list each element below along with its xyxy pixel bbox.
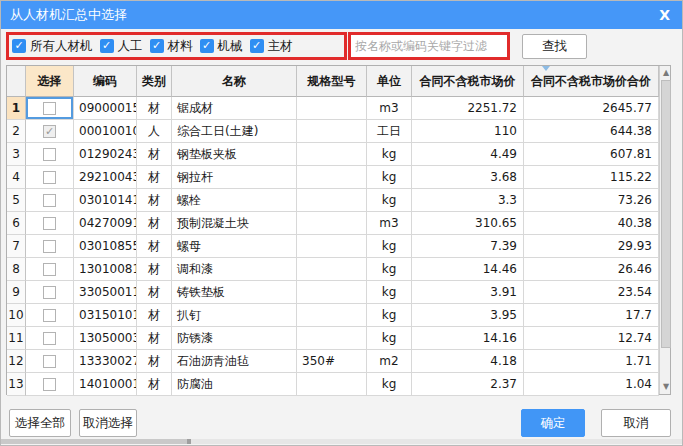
row-total-cell: 644.38	[524, 120, 659, 143]
row-category-cell: 人	[137, 120, 172, 143]
row-checkbox[interactable]	[43, 171, 56, 184]
row-checkbox[interactable]	[43, 148, 56, 161]
table-row[interactable]: 1003150101材扒钉kg3.9517.7	[7, 304, 659, 327]
row-checkbox[interactable]	[43, 240, 56, 253]
row-spec-cell	[297, 304, 367, 327]
filter-label: 机械	[218, 38, 243, 55]
row-name-cell: 螺栓	[172, 189, 297, 212]
row-checkbox[interactable]	[43, 102, 56, 115]
row-checkbox[interactable]	[43, 378, 56, 391]
row-total-cell: 73.26	[524, 189, 659, 212]
search-input-wrap	[348, 32, 510, 60]
row-checkbox[interactable]	[43, 286, 56, 299]
row-total-cell: 1.71	[524, 350, 659, 373]
filter-all-checkbox[interactable]: ✓ 所有人材机	[12, 38, 93, 55]
close-icon[interactable]: X	[659, 8, 670, 22]
row-total-cell: 17.7	[524, 304, 659, 327]
filter-label: 人工	[118, 38, 143, 55]
table-row[interactable]: 109000015材锯成材m32251.722645.77	[7, 97, 659, 120]
header-select[interactable]: 选择	[26, 66, 74, 97]
row-select-cell[interactable]	[26, 235, 74, 258]
row-price-cell: 7.39	[412, 235, 524, 258]
row-checkbox[interactable]	[43, 309, 56, 322]
header-category[interactable]: 类别	[137, 66, 172, 97]
table-grid: 选择 编码 类别 名称 规格型号 单位 合同不含税市场价 合同不含税市场价合价 …	[7, 66, 659, 394]
filter-machine-checkbox[interactable]: ✓ 机械	[200, 38, 243, 55]
row-select-cell[interactable]	[26, 212, 74, 235]
row-name-cell: 防腐油	[172, 373, 297, 396]
select-all-button[interactable]: 选择全部	[9, 409, 71, 437]
horizontal-scrollbar-thumb[interactable]	[1, 439, 187, 444]
table-row[interactable]: 429210043材钢拉杆kg3.68115.22	[7, 166, 659, 189]
row-select-cell[interactable]	[26, 281, 74, 304]
row-category-cell: 材	[137, 143, 172, 166]
row-spec-cell	[297, 327, 367, 350]
row-total-cell: 1.04	[524, 373, 659, 396]
table-row[interactable]: 1113050003材防锈漆kg14.1612.74	[7, 327, 659, 350]
items-table: 选择 编码 类别 名称 规格型号 单位 合同不含税市场价 合同不含税市场价合价 …	[6, 65, 671, 395]
row-number-cell: 6	[7, 212, 26, 235]
row-price-cell: 2.37	[412, 373, 524, 396]
filter-labor-checkbox[interactable]: ✓ 人工	[100, 38, 143, 55]
row-category-cell: 材	[137, 97, 172, 120]
table-row[interactable]: 503010141材螺栓kg3.373.26	[7, 189, 659, 212]
row-name-cell: 扒钉	[172, 304, 297, 327]
row-total-cell: 29.93	[524, 235, 659, 258]
header-code[interactable]: 编码	[74, 66, 137, 97]
table-row[interactable]: 604270091材预制混凝土块m3310.6540.38	[7, 212, 659, 235]
row-unit-cell: m3	[367, 212, 412, 235]
row-number-cell: 7	[7, 235, 26, 258]
row-checkbox[interactable]	[43, 263, 56, 276]
table-row[interactable]: 2✓00010010人综合工日(土建)工日110644.38	[7, 120, 659, 143]
row-select-cell[interactable]: ✓	[26, 120, 74, 143]
filter-main-material-checkbox[interactable]: ✓ 主材	[250, 38, 293, 55]
row-select-cell[interactable]	[26, 143, 74, 166]
row-select-cell[interactable]	[26, 350, 74, 373]
row-checkbox[interactable]	[43, 355, 56, 368]
row-checkbox[interactable]	[43, 194, 56, 207]
row-select-cell[interactable]	[26, 166, 74, 189]
table-row[interactable]: 813010081材调和漆kg14.4626.46	[7, 258, 659, 281]
row-number-cell: 10	[7, 304, 26, 327]
row-select-cell[interactable]	[26, 304, 74, 327]
row-unit-cell: m3	[367, 97, 412, 120]
deselect-button[interactable]: 取消选择	[79, 409, 137, 437]
row-select-cell[interactable]	[26, 258, 74, 281]
sort-indicator-icon	[542, 66, 550, 71]
table-row[interactable]: 301290243材钢垫板夹板kg4.49607.81	[7, 143, 659, 166]
header-spec[interactable]: 规格型号	[297, 66, 367, 97]
header-name[interactable]: 名称	[172, 66, 297, 97]
row-select-cell[interactable]	[26, 327, 74, 350]
search-input[interactable]	[351, 35, 507, 57]
row-category-cell: 材	[137, 235, 172, 258]
row-checkbox[interactable]	[43, 332, 56, 345]
table-row[interactable]: 933050011材铸铁垫板kg3.9123.54	[7, 281, 659, 304]
table-header-row: 选择 编码 类别 名称 规格型号 单位 合同不含税市场价 合同不含税市场价合价	[7, 66, 659, 97]
table-row[interactable]: 703010855材螺母kg7.3929.93	[7, 235, 659, 258]
header-unit[interactable]: 单位	[367, 66, 412, 97]
row-price-cell: 3.95	[412, 304, 524, 327]
scroll-down-icon[interactable]: ▼	[660, 380, 672, 394]
find-button[interactable]: 查找	[522, 34, 587, 59]
row-unit-cell: kg	[367, 327, 412, 350]
horizontal-scrollbar-handle[interactable]	[187, 439, 191, 444]
row-checkbox[interactable]	[43, 217, 56, 230]
vertical-scrollbar[interactable]: ▲ ▼	[659, 66, 670, 394]
cancel-button[interactable]: 取消	[601, 409, 671, 437]
horizontal-scrollbar[interactable]	[1, 439, 683, 444]
scroll-up-icon[interactable]: ▲	[660, 66, 672, 80]
header-price[interactable]: 合同不含税市场价	[412, 66, 524, 97]
filter-material-checkbox[interactable]: ✓ 材料	[150, 38, 193, 55]
table-row[interactable]: 1213330027材石油沥青油毡350#m24.181.71	[7, 350, 659, 373]
row-select-cell[interactable]	[26, 189, 74, 212]
scrollbar-thumb[interactable]	[661, 80, 671, 348]
row-checkbox[interactable]: ✓	[43, 125, 56, 138]
row-code-cell: 00010010	[74, 120, 137, 143]
row-spec-cell	[297, 235, 367, 258]
table-row[interactable]: 1314010001材防腐油kg2.371.04	[7, 373, 659, 396]
row-name-cell: 综合工日(土建)	[172, 120, 297, 143]
ok-button[interactable]: 确定	[521, 409, 585, 437]
row-select-cell[interactable]	[26, 373, 74, 396]
row-number-cell: 5	[7, 189, 26, 212]
row-select-cell[interactable]	[26, 97, 74, 120]
